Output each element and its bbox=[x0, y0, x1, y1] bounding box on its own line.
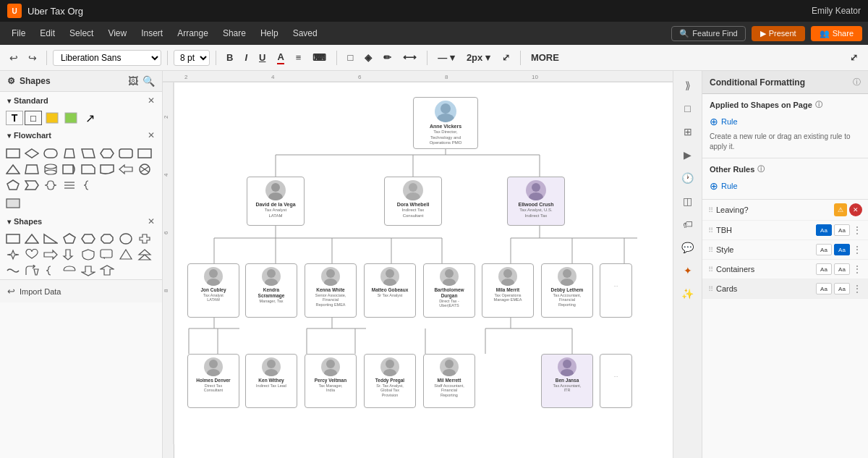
tbh-style-b[interactable]: Aa bbox=[834, 224, 850, 236]
tbh-more[interactable]: ⋮ bbox=[852, 224, 862, 236]
menu-file[interactable]: File bbox=[6, 25, 31, 41]
redo-button[interactable]: ↪ bbox=[25, 50, 41, 66]
fc-penta[interactable] bbox=[4, 178, 22, 192]
fc-hexagon[interactable] bbox=[98, 146, 116, 161]
fc-arrow-left[interactable] bbox=[117, 162, 135, 177]
presentation-icon[interactable]: ▶ bbox=[681, 146, 694, 164]
sh-cross[interactable] bbox=[136, 232, 153, 246]
expand-icon[interactable]: ⟫ bbox=[682, 77, 694, 94]
fc-chevron[interactable] bbox=[23, 178, 41, 192]
magic-icon[interactable]: ✨ bbox=[678, 285, 697, 302]
menu-saved[interactable]: Saved bbox=[287, 25, 323, 41]
menu-share[interactable]: Share bbox=[217, 25, 252, 41]
sh-sym[interactable] bbox=[61, 263, 78, 278]
rect-shape[interactable]: □ bbox=[25, 111, 42, 125]
font-size-selector[interactable]: 8 pt bbox=[174, 50, 210, 66]
cards-style-b[interactable]: Aa bbox=[834, 283, 850, 294]
sh-wavy[interactable] bbox=[4, 263, 22, 278]
other-add-rule-button[interactable]: ⊕ Rule bbox=[710, 179, 861, 193]
shapes-section-header[interactable]: Shapes ✕ bbox=[0, 213, 162, 230]
search-icon[interactable]: 🔍 bbox=[142, 75, 155, 87]
fc-db[interactable] bbox=[42, 162, 59, 177]
applied-info-icon[interactable]: ⓘ bbox=[815, 100, 822, 110]
chat-icon[interactable]: 💬 bbox=[678, 239, 697, 256]
sh-bend-arr[interactable] bbox=[23, 263, 41, 278]
fc-brace[interactable] bbox=[42, 178, 59, 192]
connection-button[interactable]: ⟷ bbox=[399, 50, 421, 65]
fill-button[interactable]: ◈ bbox=[360, 50, 376, 65]
fc-doc[interactable] bbox=[98, 162, 116, 177]
import-data-button[interactable]: ↩ Import Data bbox=[0, 279, 162, 302]
node-ellwood[interactable]: Ellwood Crush Tax Analyst, U.S.Indirect … bbox=[507, 177, 565, 226]
node-mil[interactable]: Mil Merrett Staff Accountant,FinancialRe… bbox=[423, 354, 475, 408]
other-rules-info-icon[interactable]: ⓘ bbox=[757, 164, 765, 174]
underline-button[interactable]: U bbox=[255, 50, 270, 65]
line-width-button[interactable]: 2px ▾ bbox=[462, 50, 495, 65]
menu-insert[interactable]: Insert bbox=[135, 25, 169, 41]
fc-rect[interactable] bbox=[4, 146, 22, 161]
flowchart-section-header[interactable]: Flowchart ✕ bbox=[0, 127, 162, 144]
tag-icon[interactable]: 🏷 bbox=[680, 216, 696, 233]
line-style-button[interactable]: — ▾ bbox=[433, 50, 459, 65]
fc-diamond[interactable] bbox=[23, 146, 41, 161]
tbh-style-a[interactable]: Aa bbox=[816, 224, 832, 236]
drag-handle-leaving[interactable]: ⠿ bbox=[708, 206, 713, 214]
fc-delay[interactable] bbox=[61, 162, 78, 177]
node-ken[interactable]: Ken Withey Indirect Tax Lead bbox=[245, 354, 297, 408]
node-david[interactable]: David de la Vega Tax AnalystLATAM bbox=[247, 177, 305, 226]
node-matteo[interactable]: Matteo Gobeaux Sr Tax Analyst bbox=[364, 263, 416, 318]
fc-x[interactable] bbox=[136, 162, 153, 177]
sh-heart[interactable] bbox=[23, 247, 41, 262]
shapes-close-button[interactable]: ✕ bbox=[148, 216, 155, 226]
fc-extra[interactable] bbox=[4, 196, 22, 211]
style-style-b[interactable]: Aa bbox=[834, 244, 850, 255]
style-more[interactable]: ⋮ bbox=[852, 244, 862, 255]
sh-callout[interactable] bbox=[98, 247, 116, 262]
fc-parallelogram[interactable] bbox=[80, 146, 97, 161]
standard-section-header[interactable]: Standard ✕ bbox=[0, 92, 162, 109]
node-teddy[interactable]: Teddy Pregal Sr. Tax Analyst,Global TaxP… bbox=[364, 354, 416, 408]
align-button[interactable]: ≡ bbox=[292, 50, 306, 65]
sh-hex[interactable] bbox=[80, 232, 97, 246]
containers-more[interactable]: ⋮ bbox=[852, 263, 862, 275]
layers-icon[interactable]: ◫ bbox=[680, 192, 695, 210]
fc-skew[interactable] bbox=[23, 162, 41, 177]
drag-handle-tbh[interactable]: ⠿ bbox=[708, 226, 713, 234]
node-dora[interactable]: Dora Whebell Indirect TaxConsultant bbox=[384, 177, 442, 226]
menu-help[interactable]: Help bbox=[255, 25, 284, 41]
line-color-button[interactable]: ✏ bbox=[379, 50, 396, 65]
drag-handle-cards[interactable]: ⠿ bbox=[708, 285, 713, 293]
node-anne-vickers[interactable]: Anne Vickers Tax Director,Technology and… bbox=[413, 97, 478, 149]
node-overflow[interactable]: ... bbox=[600, 263, 632, 318]
fc-note[interactable] bbox=[80, 162, 97, 177]
shape-button[interactable]: □ bbox=[343, 50, 357, 65]
node-overflow2[interactable]: ... bbox=[600, 354, 632, 408]
fc-curly[interactable] bbox=[80, 178, 97, 192]
sh-up-arr2[interactable] bbox=[98, 263, 116, 278]
feature-find-button[interactable]: 🔍 Feature Find bbox=[671, 26, 745, 41]
drag-handle-style[interactable]: ⠿ bbox=[708, 246, 713, 254]
fc-rounded[interactable] bbox=[42, 146, 59, 161]
sh-right-tri[interactable] bbox=[42, 232, 59, 246]
table-icon[interactable]: ⊞ bbox=[681, 123, 695, 140]
palette-icon[interactable]: ✦ bbox=[681, 262, 695, 279]
sh-dup[interactable] bbox=[136, 247, 153, 262]
cards-style-a[interactable]: Aa bbox=[816, 283, 832, 294]
fc-tri[interactable] bbox=[4, 162, 22, 177]
node-holmes[interactable]: Holmes Denver Direct TaxConsultant bbox=[187, 354, 239, 408]
sh-rect[interactable] bbox=[4, 232, 22, 246]
sh-shield[interactable] bbox=[80, 247, 97, 262]
undo-button[interactable]: ↩ bbox=[6, 50, 22, 66]
font-color-button[interactable]: A bbox=[273, 49, 288, 67]
cf-info-icon[interactable]: ⓘ bbox=[853, 77, 861, 88]
fc-rounded2[interactable] bbox=[117, 146, 135, 161]
font-selector[interactable]: Liberation Sans bbox=[53, 50, 161, 66]
clock-icon[interactable]: 🕐 bbox=[678, 169, 697, 187]
node-kenna[interactable]: Kenna White Senior Associate,FinancialRe… bbox=[305, 263, 357, 318]
waypoint-button[interactable]: ⤢ bbox=[498, 50, 514, 65]
fc-trap[interactable] bbox=[61, 146, 78, 161]
format-icon[interactable]: □ bbox=[681, 100, 693, 117]
sh-star4[interactable] bbox=[4, 247, 22, 262]
sh-arrow-r[interactable] bbox=[42, 247, 59, 262]
italic-button[interactable]: I bbox=[240, 50, 252, 65]
